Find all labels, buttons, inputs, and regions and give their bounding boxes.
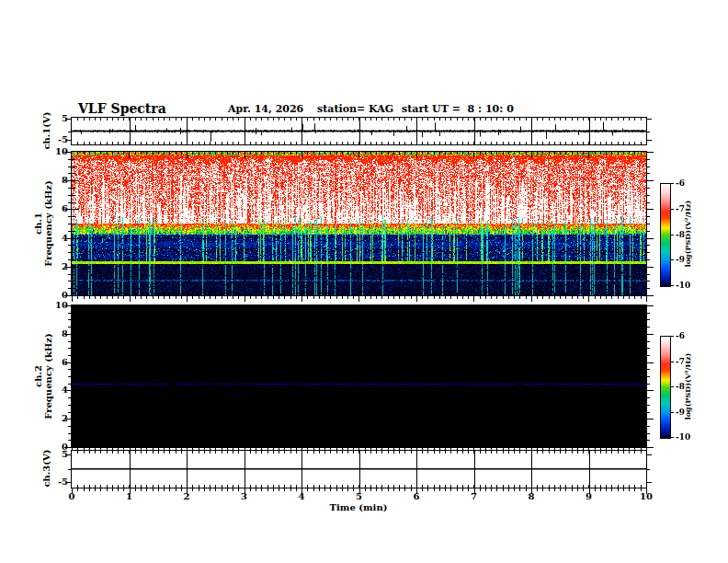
ylabel-ch1-line1: ch.1 [33,180,43,266]
x-minor-tick [480,488,481,491]
gap-tick [531,296,532,302]
y-minor-tick [646,274,650,275]
x-minor-tick [611,488,612,491]
gap-tick [542,296,543,299]
y-minor-tick [646,384,650,385]
x-minor-tick [107,488,108,491]
x-minor-tick [261,488,262,491]
y-major-tick [64,362,72,363]
x-minor-tick [330,488,331,491]
gap-tick [485,448,486,451]
y-major-tick [646,305,654,306]
gap-tick [279,448,279,451]
gap-tick [342,448,343,451]
gap-tick [290,448,291,451]
y-minor-tick [646,433,650,434]
gap-tick [595,296,596,299]
colorbar-tick-label: -7 [676,358,685,366]
gap-tick [629,448,630,451]
gap-tick [192,448,193,451]
gap-tick [600,296,601,299]
gap-tick [577,296,578,299]
x-minor-tick [112,488,113,491]
gap-tick [462,296,463,299]
y-tick-label: 6 [37,358,68,367]
gap-tick [491,448,492,451]
x-minor-tick [399,488,400,491]
x-minor-tick [284,488,285,491]
gap-tick [84,448,85,451]
gap-tick [457,296,458,299]
gap-tick [245,296,245,302]
y-major-tick [66,482,72,483]
y-major-tick [646,267,654,268]
y-minor-tick [68,369,72,370]
y-minor-tick [646,288,650,289]
gap-tick [130,296,131,302]
panel-ch3-waveform [71,450,647,488]
x-minor-tick [250,488,251,491]
gap-tick [187,448,188,451]
gap-tick [411,296,412,299]
x-tick-label: 8 [529,491,535,501]
x-minor-tick [393,488,394,491]
colorbar-tick-label: -7 [676,205,685,213]
gap-tick [169,296,170,299]
y-major-tick [64,295,72,296]
y-minor-tick [646,281,650,282]
gap-tick [233,448,233,451]
x-minor-tick [267,488,268,491]
gap-tick [641,448,642,451]
gap-tick [554,296,555,299]
gap-tick [381,296,382,299]
y-tick-label: 5 [37,114,68,123]
y-minor-tick [646,167,650,167]
y-minor-tick [646,313,650,314]
y-minor-tick [646,259,650,260]
y-major-tick [646,454,652,455]
y-minor-tick [68,188,72,189]
y-major-tick [646,390,654,391]
x-minor-tick [307,488,308,491]
y-major-tick [646,152,654,153]
gap-tick [496,296,497,299]
x-minor-tick [199,488,199,491]
gap-tick [227,296,228,299]
y-minor-tick [68,259,72,260]
x-minor-tick [583,488,584,491]
gap-tick [560,448,561,451]
x-minor-tick [514,488,515,491]
gap-tick [572,296,573,299]
gap-tick [572,448,573,451]
x-minor-tick [290,488,291,491]
y-major-tick [64,447,72,448]
y-minor-tick [646,188,650,189]
gap-tick [629,296,630,299]
gap-tick [261,448,262,451]
x-minor-tick [313,488,314,491]
gap-tick [496,448,497,451]
x-minor-tick [629,488,630,491]
header-start-ut: start UT = 8 : 10: 0 [402,103,514,115]
y-minor-tick [68,412,72,413]
y-tick-label: 4 [37,234,68,243]
gap-tick [416,448,417,451]
gap-tick [468,448,469,451]
gap-tick [411,448,412,451]
x-minor-tick [169,488,170,491]
x-minor-tick [595,488,596,491]
gap-tick [393,448,394,451]
gap-tick [89,448,90,451]
y-minor-tick [646,224,650,224]
y-minor-tick [646,348,650,349]
x-minor-tick [118,488,119,491]
gap-tick [595,448,596,451]
x-minor-tick [141,488,142,491]
gap-tick [439,448,440,451]
gap-tick [588,296,589,302]
gap-tick [84,296,85,299]
panel-ch1-spectrogram [71,151,647,296]
gap-tick [445,448,446,451]
gap-tick [158,296,159,299]
gap-tick [153,296,154,299]
